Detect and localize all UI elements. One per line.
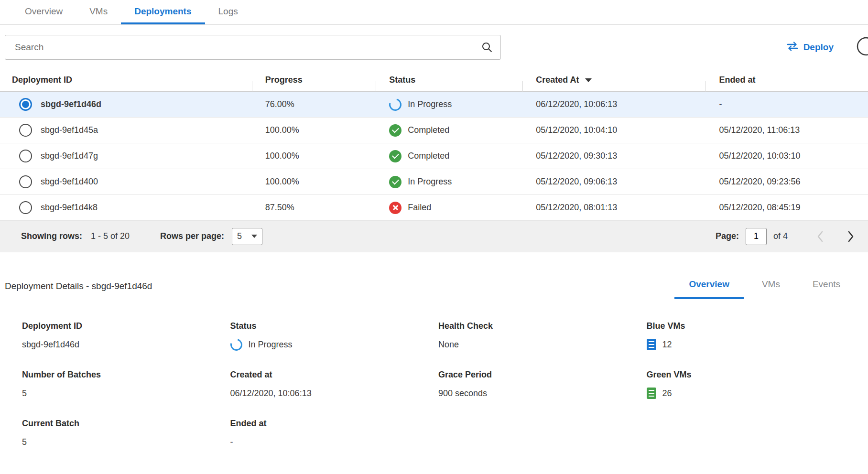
radio-button[interactable]: [19, 150, 32, 162]
field-value: 5: [22, 437, 27, 447]
top-tab-bar: Overview VMs Deployments Logs: [0, 0, 868, 25]
sort-desc-icon: [585, 78, 592, 82]
deployments-table: Deployment ID Progress Status Created At…: [0, 69, 868, 252]
field-label: Number of Batches: [22, 370, 230, 380]
next-page-button[interactable]: [847, 230, 855, 243]
table-row[interactable]: sbgd-9ef1d400 100.00% In Progress 05/12/…: [0, 169, 868, 195]
details-tab-overview[interactable]: Overview: [674, 279, 744, 299]
tab-deployments[interactable]: Deployments: [121, 0, 205, 24]
cell-created-at: 06/12/2020, 10:06:13: [522, 99, 705, 109]
field-value: 900 seconds: [438, 388, 487, 399]
details-tab-bar: Overview VMs Events: [671, 279, 855, 299]
details-tab-events[interactable]: Events: [798, 279, 855, 299]
cell-progress: 76.00%: [252, 99, 376, 109]
page-total: of 4: [773, 231, 788, 241]
table-row[interactable]: sbgd-9ef1d46d 76.00% In Progress 06/12/2…: [0, 92, 868, 118]
field-blue-vms: Blue VMs 12: [647, 321, 855, 351]
column-header-created-at-label: Created At: [536, 75, 579, 85]
page-number-input[interactable]: [746, 228, 767, 245]
tab-overview[interactable]: Overview: [11, 0, 76, 24]
table-pagination: Showing rows: 1 - 5 of 20 Rows per page:…: [0, 221, 868, 252]
field-label: Blue VMs: [647, 321, 855, 331]
cell-status: Completed: [376, 150, 522, 162]
rows-per-page-label: Rows per page:: [160, 231, 224, 241]
search-icon: [481, 41, 493, 55]
field-label: Health Check: [438, 321, 647, 331]
vm-green-icon: [647, 388, 656, 399]
deploy-button[interactable]: Deploy: [786, 42, 834, 54]
cell-deployment-id: sbgd-9ef1d46d: [0, 98, 252, 111]
deployment-id: sbgd-9ef1d46d: [41, 99, 101, 109]
details-grid: Deployment ID sbgd-9ef1d46d Status In Pr…: [22, 321, 855, 448]
cell-ended-at: 05/12/2020, 11:06:13: [705, 125, 868, 135]
cell-status: In Progress: [376, 176, 522, 188]
column-header-status: Status: [376, 75, 522, 85]
status-icon: [389, 124, 401, 137]
cell-created-at: 05/12/2020, 08:01:13: [522, 203, 705, 213]
table-row[interactable]: sbgd-9ef1d4k8 87.50% Failed 05/12/2020, …: [0, 195, 868, 221]
rows-per-page-value: 5: [237, 231, 242, 241]
tab-logs[interactable]: Logs: [205, 0, 251, 24]
field-value: sbgd-9ef1d46d: [22, 340, 79, 350]
deployment-details: Deployment Details - sbgd-9ef1d46d Overv…: [0, 279, 868, 448]
status-icon: [389, 150, 401, 162]
deployment-id: sbgd-9ef1d4k8: [41, 203, 98, 213]
chevron-left-icon: [816, 230, 824, 243]
field-deployment-id: Deployment ID sbgd-9ef1d46d: [22, 321, 230, 351]
vm-blue-icon: [647, 339, 656, 350]
tab-vms[interactable]: VMs: [76, 0, 121, 24]
field-current-batch: Current Batch 5: [22, 419, 230, 448]
cell-status: Failed: [376, 202, 522, 214]
cell-ended-at: 05/12/2020, 08:45:19: [705, 203, 868, 213]
search-input[interactable]: [5, 35, 501, 60]
field-grace-period: Grace Period 900 seconds: [438, 370, 647, 399]
previous-page-button[interactable]: [816, 230, 824, 243]
column-header-progress: Progress: [252, 75, 376, 85]
cell-progress: 100.00%: [252, 125, 376, 135]
field-value: In Progress: [249, 340, 293, 350]
radio-button[interactable]: [19, 175, 32, 188]
field-label: Green VMs: [647, 370, 855, 380]
deployment-id: sbgd-9ef1d45a: [41, 125, 98, 135]
field-label: Grace Period: [438, 370, 647, 380]
deployments-page: Overview VMs Deployments Logs Deploy: [0, 0, 868, 448]
field-value: None: [438, 340, 459, 350]
table-header: Deployment ID Progress Status Created At…: [0, 69, 868, 92]
table-row[interactable]: sbgd-9ef1d47g 100.00% Completed 05/12/20…: [0, 143, 868, 169]
field-number-of-batches: Number of Batches 5: [22, 370, 230, 399]
deployment-id: sbgd-9ef1d400: [41, 177, 98, 187]
column-header-created-at[interactable]: Created At: [522, 75, 705, 85]
cell-ended-at: -: [705, 99, 868, 109]
details-title: Deployment Details - sbgd-9ef1d46d: [5, 281, 152, 299]
field-value: 12: [662, 340, 672, 350]
cell-status: Completed: [376, 124, 522, 137]
column-header-ended-at: Ended at: [705, 75, 868, 85]
field-value: 26: [662, 388, 672, 399]
field-health-check: Health Check None: [438, 321, 647, 351]
field-label: Status: [230, 321, 439, 331]
showing-rows-label: Showing rows:: [21, 231, 82, 241]
field-value: -: [230, 437, 233, 447]
rows-per-page-select[interactable]: 5: [232, 228, 262, 245]
cell-progress: 100.00%: [252, 177, 376, 187]
radio-button[interactable]: [19, 98, 32, 111]
field-label: Created at: [230, 370, 439, 380]
field-label: Deployment ID: [22, 321, 230, 331]
deployment-id: sbgd-9ef1d47g: [41, 151, 98, 161]
table-row[interactable]: sbgd-9ef1d45a 100.00% Completed 05/12/20…: [0, 118, 868, 143]
cell-deployment-id: sbgd-9ef1d4k8: [0, 201, 252, 214]
field-value: 06/12/2020, 10:06:13: [230, 388, 312, 399]
status-label: Completed: [408, 151, 449, 161]
search-box: [5, 35, 501, 60]
status-icon: [389, 176, 401, 188]
page-label: Page:: [716, 231, 739, 241]
cell-progress: 87.50%: [252, 203, 376, 213]
radio-button[interactable]: [19, 124, 32, 137]
cell-created-at: 05/12/2020, 09:30:13: [522, 151, 705, 161]
refresh-icon[interactable]: [856, 36, 868, 59]
details-tab-vms[interactable]: VMs: [748, 279, 794, 299]
status-label: In Progress: [408, 177, 452, 187]
radio-button[interactable]: [19, 201, 32, 214]
chevron-down-icon: [251, 235, 257, 238]
toolbar: Deploy: [0, 34, 868, 60]
